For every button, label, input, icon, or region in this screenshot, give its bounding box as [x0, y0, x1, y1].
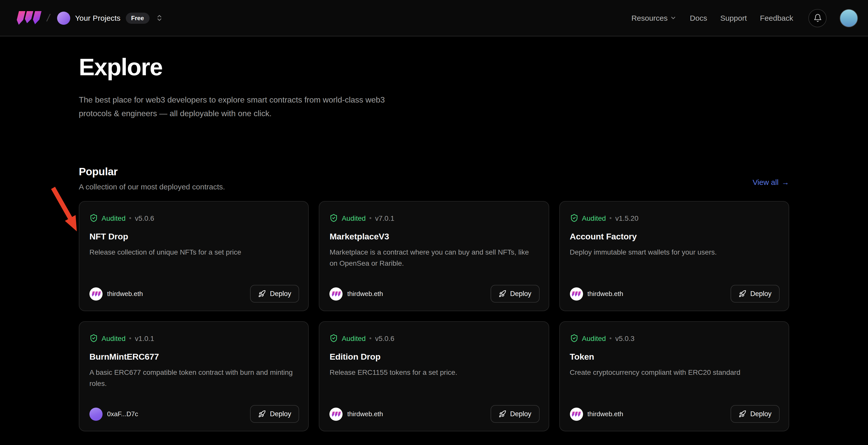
- top-header: / Your Projects Free Resources Docs Supp…: [0, 0, 868, 36]
- card-footer: thirdweb.eth Deploy: [570, 405, 780, 423]
- publisher-avatar: [89, 407, 102, 420]
- contract-description: Marketplace is a contract where you can …: [330, 247, 538, 269]
- thirdweb-mini-logo-icon: [332, 411, 340, 416]
- publisher-name: thirdweb.eth: [347, 410, 383, 418]
- project-avatar[interactable]: [57, 11, 70, 25]
- header-nav: Resources Docs Support Feedback: [631, 9, 858, 27]
- rocket-icon: [258, 290, 266, 297]
- hero-section: Explore The best place for web3 develope…: [79, 36, 789, 120]
- deploy-button[interactable]: Deploy: [731, 285, 780, 303]
- nav-feedback[interactable]: Feedback: [760, 13, 793, 22]
- version-label: v1.5.20: [615, 214, 639, 222]
- deploy-label: Deploy: [510, 410, 531, 418]
- rocket-icon: [498, 290, 506, 297]
- dot-separator: •: [369, 214, 372, 222]
- deploy-button[interactable]: Deploy: [490, 285, 539, 303]
- dot-separator: •: [369, 335, 372, 342]
- card-footer: thirdweb.eth Deploy: [330, 285, 539, 303]
- card-badge-row: Audited • v5.0.6: [89, 214, 298, 222]
- deploy-label: Deploy: [270, 410, 291, 418]
- publisher-avatar: [89, 287, 102, 300]
- project-name[interactable]: Your Projects: [75, 13, 121, 22]
- publisher-link[interactable]: 0xaF...D7c: [89, 407, 138, 420]
- page-title: Explore: [79, 54, 789, 81]
- popular-subtitle: A collection of our most deployed contra…: [79, 182, 225, 191]
- thirdweb-mini-logo-icon: [572, 411, 581, 416]
- popular-header: Popular A collection of our most deploye…: [79, 166, 789, 191]
- project-selector[interactable]: Your Projects Free: [57, 11, 163, 25]
- card-footer: thirdweb.eth Deploy: [330, 405, 539, 423]
- publisher-name: thirdweb.eth: [587, 290, 623, 297]
- thirdweb-mini-logo-icon: [332, 291, 340, 296]
- contract-description: Deploy immutable smart wallets for your …: [570, 247, 779, 258]
- nav-support[interactable]: Support: [720, 13, 747, 22]
- rocket-icon: [498, 410, 506, 418]
- chevrons-up-down-icon[interactable]: [156, 14, 163, 22]
- audited-badge: Audited: [582, 214, 606, 222]
- deploy-label: Deploy: [270, 290, 291, 297]
- shield-check-icon: [89, 334, 98, 343]
- deploy-button[interactable]: Deploy: [250, 285, 299, 303]
- arrow-right-icon: →: [782, 178, 789, 186]
- notifications-button[interactable]: [808, 9, 827, 27]
- contracts-grid: Audited • v5.0.6 NFT Drop Release collec…: [79, 201, 789, 432]
- rocket-icon: [258, 410, 266, 418]
- audited-badge: Audited: [582, 334, 606, 342]
- logo-blade: [32, 11, 42, 24]
- publisher-link[interactable]: thirdweb.eth: [89, 287, 143, 300]
- audited-badge: Audited: [101, 214, 126, 222]
- publisher-name: thirdweb.eth: [347, 290, 383, 297]
- account-avatar[interactable]: [840, 9, 858, 27]
- publisher-link[interactable]: thirdweb.eth: [570, 287, 623, 300]
- contract-card[interactable]: Audited • v1.5.20 Account Factory Deploy…: [559, 201, 789, 311]
- version-label: v5.0.6: [375, 334, 394, 342]
- contract-card[interactable]: Audited • v7.0.1 MarketplaceV3 Marketpla…: [319, 201, 549, 311]
- publisher-link[interactable]: thirdweb.eth: [330, 407, 383, 420]
- version-label: v5.0.3: [615, 334, 634, 342]
- contract-card[interactable]: Audited • v5.0.3 Token Create cryptocurr…: [559, 321, 789, 432]
- contract-card[interactable]: Audited • v1.0.1 BurnMintERC677 A basic …: [79, 321, 309, 432]
- contract-description: Create cryptocurrency compliant with ERC…: [570, 367, 779, 378]
- shield-check-icon: [330, 214, 338, 222]
- breadcrumb-separator: /: [46, 12, 51, 24]
- dot-separator: •: [609, 335, 612, 342]
- card-badge-row: Audited • v1.5.20: [570, 214, 779, 222]
- nav-resources[interactable]: Resources: [631, 13, 677, 22]
- card-badge-row: Audited • v5.0.3: [570, 334, 779, 343]
- dot-separator: •: [609, 214, 612, 222]
- dot-separator: •: [129, 214, 131, 222]
- shield-check-icon: [89, 214, 98, 222]
- bell-icon: [813, 13, 822, 22]
- contract-title: Token: [570, 352, 779, 362]
- thirdweb-mini-logo-icon: [92, 291, 100, 296]
- deploy-button[interactable]: Deploy: [250, 405, 299, 423]
- view-all-link[interactable]: View all →: [752, 178, 789, 186]
- publisher-name: 0xaF...D7c: [107, 410, 138, 418]
- version-label: v7.0.1: [375, 214, 394, 222]
- deploy-button[interactable]: Deploy: [490, 405, 539, 423]
- nav-resources-label: Resources: [631, 13, 668, 22]
- contract-title: MarketplaceV3: [330, 232, 538, 242]
- contract-description: Release ERC1155 tokens for a set price.: [330, 367, 538, 378]
- publisher-name: thirdweb.eth: [107, 290, 143, 297]
- publisher-link[interactable]: thirdweb.eth: [330, 287, 383, 300]
- header-left: / Your Projects Free: [17, 11, 163, 25]
- view-all-label: View all: [752, 178, 779, 186]
- publisher-avatar: [330, 407, 343, 420]
- contract-card[interactable]: Audited • v5.0.6 Edition Drop Release ER…: [319, 321, 549, 432]
- nav-docs[interactable]: Docs: [690, 13, 707, 22]
- dot-separator: •: [129, 335, 131, 342]
- deploy-label: Deploy: [750, 410, 772, 418]
- audited-badge: Audited: [342, 334, 366, 342]
- card-badge-row: Audited • v5.0.6: [330, 334, 538, 343]
- chevron-down-icon: [670, 14, 677, 21]
- thirdweb-logo[interactable]: [17, 11, 40, 25]
- publisher-link[interactable]: thirdweb.eth: [570, 407, 623, 420]
- shield-check-icon: [330, 334, 338, 343]
- publisher-name: thirdweb.eth: [587, 410, 623, 418]
- deploy-button[interactable]: Deploy: [731, 405, 780, 423]
- rocket-icon: [739, 290, 746, 297]
- contract-description: A basic ERC677 compatible token contract…: [89, 367, 298, 389]
- logo-blade: [16, 11, 25, 25]
- contract-card[interactable]: Audited • v5.0.6 NFT Drop Release collec…: [79, 201, 309, 311]
